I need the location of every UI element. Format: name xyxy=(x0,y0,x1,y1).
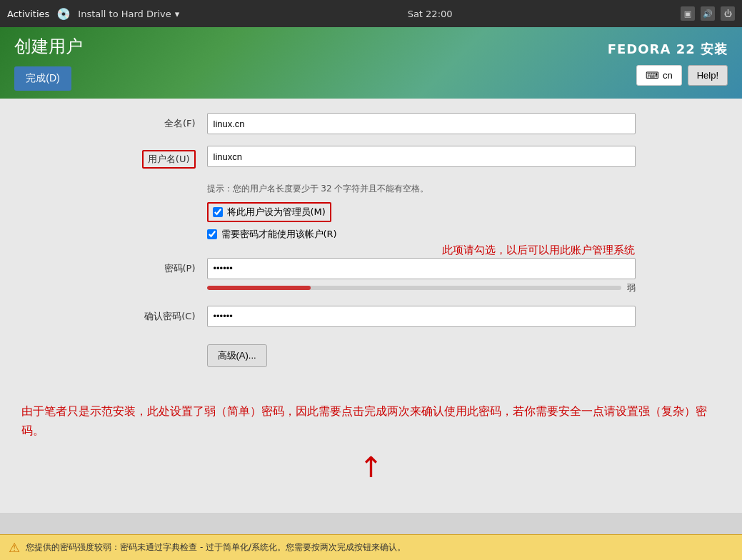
done-button[interactable]: 完成(D) xyxy=(14,66,71,91)
arrow-up-icon: ↑ xyxy=(21,443,721,491)
require-password-row: 需要密码才能使用该帐户(R) xyxy=(207,228,429,241)
full-name-row: 全名(F) xyxy=(107,113,636,134)
strength-bar xyxy=(207,286,311,290)
username-label-box: 用户名(U) xyxy=(142,150,196,169)
hint-spacer xyxy=(107,180,207,184)
password-input[interactable] xyxy=(207,258,636,279)
advanced-spacer xyxy=(107,339,207,343)
confirm-password-label: 确认密码(C) xyxy=(107,306,207,323)
header-right: FEDORA 22 安装 ⌨ cn Help! xyxy=(608,41,728,86)
confirm-password-row: 确认密码(C) xyxy=(107,306,636,327)
system-bar: Activities 💿 Install to Hard Drive ▾ Sat… xyxy=(0,0,742,27)
confirm-password-input[interactable] xyxy=(207,306,636,327)
fedora-title: FEDORA 22 安装 xyxy=(608,41,728,58)
header-left: 创建用户 完成(D) xyxy=(14,35,83,91)
system-bar-clock: Sat 22:00 xyxy=(186,9,673,19)
require-password-label: 需要密码才能使用该帐户(R) xyxy=(221,228,337,241)
admin-checkbox-row: 将此用户设为管理员(M) xyxy=(207,202,429,222)
keyboard-icon: ⌨ xyxy=(646,70,659,81)
activities-button[interactable]: Activities xyxy=(7,9,49,19)
username-row: 用户名(U) xyxy=(107,146,636,169)
password-row: 密码(P) 弱 xyxy=(107,258,636,294)
app-icon: 💿 xyxy=(56,7,71,21)
app-title: Install to Hard Drive ▾ xyxy=(78,9,179,19)
volume-icon: 🔊 xyxy=(701,6,715,21)
system-bar-left: Activities 💿 Install to Hard Drive ▾ xyxy=(7,7,179,21)
page-title: 创建用户 xyxy=(14,35,83,58)
hint-area: 提示：您的用户名长度要少于 32 个字符并且不能有空格。 将此用户设为管理员(M… xyxy=(207,180,429,246)
admin-checkbox-container[interactable]: 将此用户设为管理员(M) xyxy=(207,202,331,222)
strength-bar-container xyxy=(207,286,621,290)
admin-annotation: 此项请勾选，以后可以用此账户管理系统 xyxy=(442,241,728,259)
username-input[interactable] xyxy=(207,146,636,167)
password-label: 密码(P) xyxy=(107,258,207,275)
advanced-row: 高级(A)... xyxy=(107,339,636,367)
username-label: 用户名(U) xyxy=(107,146,207,169)
language-button[interactable]: ⌨ cn xyxy=(636,65,682,86)
admin-checkbox-label: 将此用户设为管理员(M) xyxy=(227,206,326,219)
hint-text: 提示：您的用户名长度要少于 32 个字符并且不能有空格。 xyxy=(207,180,429,195)
full-name-label: 全名(F) xyxy=(107,113,207,130)
full-name-input[interactable] xyxy=(207,113,636,134)
system-bar-right: ▣ 🔊 ⏻ xyxy=(681,6,735,21)
power-icon: ⏻ xyxy=(721,6,735,21)
password-area: 弱 xyxy=(207,258,636,294)
lang-help-area: ⌨ cn Help! xyxy=(636,65,728,86)
admin-checkbox[interactable] xyxy=(213,207,223,217)
app-title-label: Install to Hard Drive xyxy=(78,9,171,19)
screen-icon: ▣ xyxy=(681,6,695,21)
password-strength-area: 弱 xyxy=(207,282,636,294)
advanced-button[interactable]: 高级(A)... xyxy=(207,344,267,367)
help-button[interactable]: Help! xyxy=(688,65,728,86)
note-annotation: 由于笔者只是示范安装，此处设置了弱（简单）密码，因此需要点击完成两次来确认使用此… xyxy=(21,401,721,491)
warning-icon: ⚠ xyxy=(9,540,20,555)
lang-label: cn xyxy=(663,70,673,81)
main-content: 全名(F) 用户名(U) 提示：您的用户名长度要少于 32 个字符并且不能有空格… xyxy=(0,99,742,513)
hint-row: 提示：您的用户名长度要少于 32 个字符并且不能有空格。 将此用户设为管理员(M… xyxy=(107,180,636,246)
form-area: 全名(F) 用户名(U) 提示：您的用户名长度要少于 32 个字符并且不能有空格… xyxy=(107,113,636,367)
app-header: 创建用户 完成(D) FEDORA 22 安装 ⌨ cn Help! xyxy=(0,27,742,99)
dropdown-arrow[interactable]: ▾ xyxy=(175,9,180,19)
require-password-checkbox[interactable] xyxy=(207,229,217,239)
status-bar: ⚠ 您提供的密码强度较弱：密码未通过字典检查 - 过于简单化/系统化。您需要按两… xyxy=(0,534,742,560)
strength-label: 弱 xyxy=(627,282,636,294)
status-text: 您提供的密码强度较弱：密码未通过字典检查 - 过于简单化/系统化。您需要按两次完… xyxy=(26,541,406,554)
